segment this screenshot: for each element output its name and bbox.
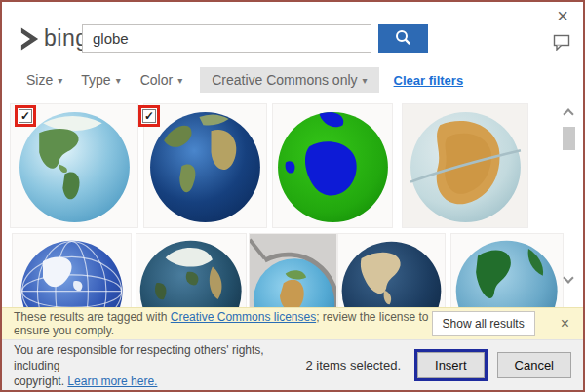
filter-creative-commons[interactable]: Creative Commons only ▾ <box>200 67 378 93</box>
license-notice-bar: These results are tagged with Creative C… <box>2 307 583 339</box>
scrollbar-thumb[interactable] <box>563 127 575 150</box>
notice-close-icon[interactable]: × <box>559 315 571 333</box>
filter-type[interactable]: Type ▾ <box>81 72 120 88</box>
filter-bar: Size ▾ Type ▾ Color ▾ Creative Commons o… <box>2 62 583 98</box>
scroll-up-icon[interactable] <box>563 108 573 119</box>
result-image-4[interactable] <box>402 103 528 228</box>
chevron-down-icon: ▾ <box>177 75 182 86</box>
show-all-results-button[interactable]: Show all results <box>432 311 535 336</box>
feedback-bubble-icon[interactable] <box>553 34 570 55</box>
image-checkbox-1[interactable]: ✓ <box>19 109 32 123</box>
chevron-down-icon: ▾ <box>58 75 62 86</box>
result-image-6[interactable] <box>136 233 247 307</box>
annotation-navy-box: Insert <box>414 349 488 381</box>
result-image-8[interactable] <box>337 233 446 307</box>
selected-count: 2 items selected. <box>305 358 401 372</box>
annotation-red-box: ✓ <box>138 105 160 127</box>
search-input[interactable] <box>82 24 371 53</box>
notice-text: These results are tagged with Creative C… <box>14 310 432 337</box>
filter-color[interactable]: Color ▾ <box>140 72 183 88</box>
copyright-note: You are responsible for respecting other… <box>14 342 305 389</box>
scroll-down-icon[interactable] <box>563 272 573 283</box>
insert-pictures-dialog: bing × Size ▾ Type ▾ <box>0 0 585 392</box>
clear-filters-link[interactable]: Clear filters <box>394 73 464 88</box>
scrollbar <box>561 107 576 295</box>
result-image-7[interactable] <box>249 233 337 307</box>
cancel-button[interactable]: Cancel <box>497 352 571 378</box>
search-button[interactable] <box>378 24 428 53</box>
search-icon <box>394 28 412 50</box>
insert-button[interactable]: Insert <box>417 352 485 378</box>
result-image-9[interactable] <box>450 233 564 307</box>
chevron-down-icon: ▾ <box>363 75 368 86</box>
bing-logo-icon <box>19 26 41 52</box>
image-checkbox-2[interactable]: ✓ <box>142 109 156 123</box>
bing-brand: bing <box>19 25 88 52</box>
result-image-3[interactable] <box>272 103 393 228</box>
annotation-red-box: ✓ <box>15 105 36 127</box>
chevron-down-icon: ▾ <box>116 75 121 86</box>
creative-commons-licenses-link[interactable]: Creative Commons licenses <box>171 310 316 324</box>
result-image-2[interactable] <box>143 103 267 228</box>
results-grid: ✓ ✓ <box>2 98 583 307</box>
header: bing × <box>2 2 583 62</box>
result-image-5[interactable] <box>12 233 132 307</box>
dialog-close-icon[interactable]: × <box>553 4 572 27</box>
footer-bar: You are responsible for respecting other… <box>2 339 583 390</box>
filter-size[interactable]: Size ▾ <box>26 72 62 88</box>
learn-more-link[interactable]: Learn more here. <box>67 374 157 388</box>
